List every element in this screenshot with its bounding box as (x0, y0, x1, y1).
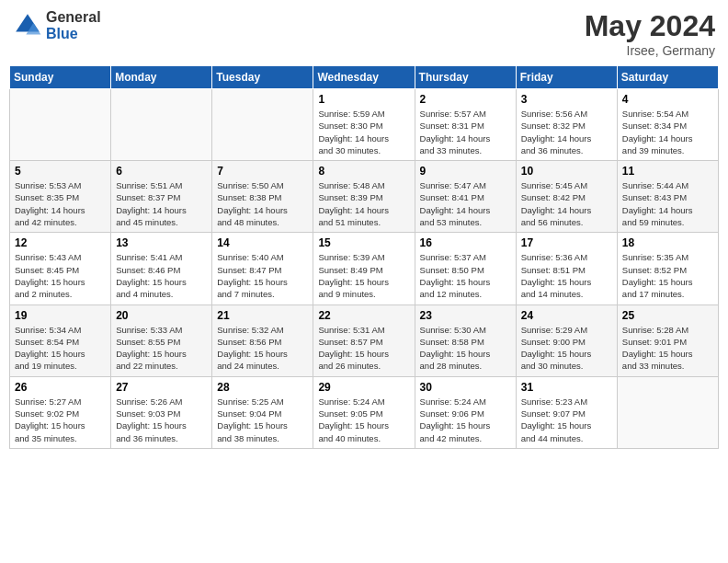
week-row-1: 1Sunrise: 5:59 AMSunset: 8:30 PMDaylight… (10, 89, 719, 161)
day-number: 31 (521, 381, 612, 394)
calendar-cell: 16Sunrise: 5:37 AMSunset: 8:50 PMDayligh… (415, 233, 516, 304)
day-info: Sunrise: 5:51 AMSunset: 8:37 PMDaylight:… (116, 179, 207, 228)
day-info: Sunrise: 5:37 AMSunset: 8:50 PMDaylight:… (420, 251, 511, 300)
calendar-cell: 14Sunrise: 5:40 AMSunset: 8:47 PMDayligh… (212, 233, 313, 304)
week-row-2: 5Sunrise: 5:53 AMSunset: 8:35 PMDaylight… (10, 161, 719, 233)
day-number: 5 (15, 165, 106, 178)
day-number: 4 (622, 93, 713, 106)
day-number: 13 (116, 236, 207, 249)
calendar-cell: 5Sunrise: 5:53 AMSunset: 8:35 PMDaylight… (10, 161, 111, 233)
day-number: 24 (521, 309, 612, 322)
day-info: Sunrise: 5:47 AMSunset: 8:41 PMDaylight:… (420, 179, 511, 228)
calendar-cell: 2Sunrise: 5:57 AMSunset: 8:31 PMDaylight… (415, 89, 516, 161)
day-info: Sunrise: 5:31 AMSunset: 8:57 PMDaylight:… (318, 324, 409, 373)
week-row-3: 12Sunrise: 5:43 AMSunset: 8:45 PMDayligh… (10, 233, 719, 304)
logo-general: General (46, 9, 101, 26)
calendar-cell: 23Sunrise: 5:30 AMSunset: 8:58 PMDayligh… (415, 304, 516, 376)
page-header: General Blue May 2024 Irsee, Germany (9, 9, 719, 58)
calendar-cell: 6Sunrise: 5:51 AMSunset: 8:37 PMDaylight… (111, 161, 212, 233)
calendar-cell (10, 89, 111, 161)
day-number: 21 (217, 309, 308, 322)
calendar-cell: 10Sunrise: 5:45 AMSunset: 8:42 PMDayligh… (516, 161, 617, 233)
day-number: 6 (116, 165, 207, 178)
day-info: Sunrise: 5:23 AMSunset: 9:07 PMDaylight:… (521, 396, 612, 444)
day-info: Sunrise: 5:26 AMSunset: 9:03 PMDaylight:… (116, 396, 207, 444)
day-info: Sunrise: 5:33 AMSunset: 8:55 PMDaylight:… (116, 324, 207, 373)
day-number: 17 (521, 236, 612, 249)
calendar-cell: 22Sunrise: 5:31 AMSunset: 8:57 PMDayligh… (313, 304, 415, 376)
day-info: Sunrise: 5:45 AMSunset: 8:42 PMDaylight:… (521, 179, 612, 228)
day-info: Sunrise: 5:34 AMSunset: 8:54 PMDaylight:… (15, 324, 106, 373)
day-number: 2 (420, 93, 511, 106)
calendar-cell: 31Sunrise: 5:23 AMSunset: 9:07 PMDayligh… (516, 376, 617, 448)
calendar-cell: 15Sunrise: 5:39 AMSunset: 8:49 PMDayligh… (313, 233, 415, 304)
month-year: May 2024 (585, 9, 715, 43)
week-row-5: 26Sunrise: 5:27 AMSunset: 9:02 PMDayligh… (10, 376, 719, 448)
day-number: 10 (521, 165, 612, 178)
day-number: 12 (15, 236, 106, 249)
day-number: 14 (217, 236, 308, 249)
calendar-cell (111, 89, 212, 161)
calendar-cell: 30Sunrise: 5:24 AMSunset: 9:06 PMDayligh… (415, 376, 516, 448)
day-info: Sunrise: 5:30 AMSunset: 8:58 PMDaylight:… (420, 324, 511, 373)
day-number: 3 (521, 93, 612, 106)
day-number: 8 (318, 165, 409, 178)
day-number: 1 (318, 93, 409, 106)
logo-text: General Blue (46, 9, 101, 41)
calendar-cell: 17Sunrise: 5:36 AMSunset: 8:51 PMDayligh… (516, 233, 617, 304)
day-number: 7 (217, 165, 308, 178)
calendar-cell: 8Sunrise: 5:48 AMSunset: 8:39 PMDaylight… (313, 161, 415, 233)
day-info: Sunrise: 5:57 AMSunset: 8:31 PMDaylight:… (420, 108, 511, 156)
day-info: Sunrise: 5:48 AMSunset: 8:39 PMDaylight:… (318, 179, 409, 228)
calendar-cell: 28Sunrise: 5:25 AMSunset: 9:04 PMDayligh… (212, 376, 313, 448)
calendar-cell: 26Sunrise: 5:27 AMSunset: 9:02 PMDayligh… (10, 376, 111, 448)
day-number: 29 (318, 381, 409, 394)
day-number: 23 (420, 309, 511, 322)
weekday-header-thursday: Thursday (415, 66, 516, 89)
day-number: 26 (15, 381, 106, 394)
calendar-cell: 7Sunrise: 5:50 AMSunset: 8:38 PMDaylight… (212, 161, 313, 233)
logo: General Blue (13, 9, 101, 41)
calendar-cell: 25Sunrise: 5:28 AMSunset: 9:01 PMDayligh… (617, 304, 718, 376)
day-number: 9 (420, 165, 511, 178)
day-info: Sunrise: 5:50 AMSunset: 8:38 PMDaylight:… (217, 179, 308, 228)
day-info: Sunrise: 5:28 AMSunset: 9:01 PMDaylight:… (622, 324, 713, 373)
weekday-header-monday: Monday (111, 66, 212, 89)
day-number: 20 (116, 309, 207, 322)
calendar-cell: 11Sunrise: 5:44 AMSunset: 8:43 PMDayligh… (617, 161, 718, 233)
calendar-cell: 13Sunrise: 5:41 AMSunset: 8:46 PMDayligh… (111, 233, 212, 304)
day-number: 11 (622, 165, 713, 178)
calendar-cell: 12Sunrise: 5:43 AMSunset: 8:45 PMDayligh… (10, 233, 111, 304)
location: Irsee, Germany (585, 43, 715, 58)
day-number: 19 (15, 309, 106, 322)
calendar-table: SundayMondayTuesdayWednesdayThursdayFrid… (9, 65, 719, 449)
day-info: Sunrise: 5:35 AMSunset: 8:52 PMDaylight:… (622, 251, 713, 300)
day-info: Sunrise: 5:59 AMSunset: 8:30 PMDaylight:… (318, 108, 409, 156)
calendar-cell (617, 376, 718, 448)
calendar-cell (212, 89, 313, 161)
weekday-header-wednesday: Wednesday (313, 66, 415, 89)
calendar-cell: 20Sunrise: 5:33 AMSunset: 8:55 PMDayligh… (111, 304, 212, 376)
day-info: Sunrise: 5:53 AMSunset: 8:35 PMDaylight:… (15, 179, 106, 228)
calendar-cell: 27Sunrise: 5:26 AMSunset: 9:03 PMDayligh… (111, 376, 212, 448)
day-info: Sunrise: 5:25 AMSunset: 9:04 PMDaylight:… (217, 396, 308, 444)
day-info: Sunrise: 5:27 AMSunset: 9:02 PMDaylight:… (15, 396, 106, 444)
day-number: 30 (420, 381, 511, 394)
weekday-header-tuesday: Tuesday (212, 66, 313, 89)
day-info: Sunrise: 5:54 AMSunset: 8:34 PMDaylight:… (622, 108, 713, 156)
calendar-cell: 1Sunrise: 5:59 AMSunset: 8:30 PMDaylight… (313, 89, 415, 161)
day-number: 16 (420, 236, 511, 249)
day-number: 28 (217, 381, 308, 394)
day-number: 18 (622, 236, 713, 249)
calendar-cell: 9Sunrise: 5:47 AMSunset: 8:41 PMDaylight… (415, 161, 516, 233)
weekday-header-sunday: Sunday (10, 66, 111, 89)
day-number: 25 (622, 309, 713, 322)
calendar-cell: 21Sunrise: 5:32 AMSunset: 8:56 PMDayligh… (212, 304, 313, 376)
calendar-cell: 4Sunrise: 5:54 AMSunset: 8:34 PMDaylight… (617, 89, 718, 161)
calendar-cell: 24Sunrise: 5:29 AMSunset: 9:00 PMDayligh… (516, 304, 617, 376)
logo-blue: Blue (46, 26, 101, 42)
calendar-cell: 3Sunrise: 5:56 AMSunset: 8:32 PMDaylight… (516, 89, 617, 161)
weekday-header-row: SundayMondayTuesdayWednesdayThursdayFrid… (10, 66, 719, 89)
calendar-cell: 18Sunrise: 5:35 AMSunset: 8:52 PMDayligh… (617, 233, 718, 304)
day-info: Sunrise: 5:36 AMSunset: 8:51 PMDaylight:… (521, 251, 612, 300)
